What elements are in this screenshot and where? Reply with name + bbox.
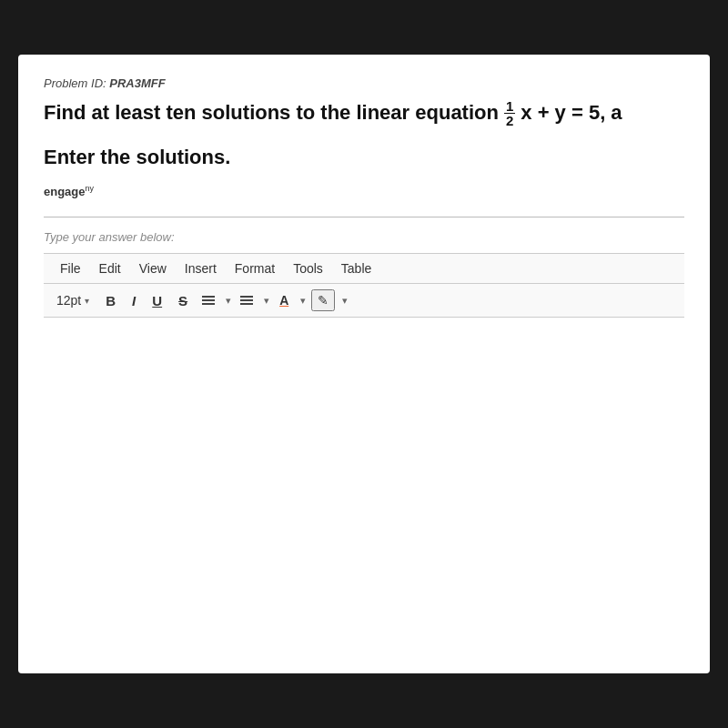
menu-format[interactable]: Format — [226, 259, 284, 278]
underline-button[interactable]: U — [147, 291, 167, 310]
fraction-denominator: 2 — [504, 114, 515, 127]
unordered-list-button[interactable] — [198, 294, 218, 307]
answer-placeholder-label: Type your answer below: — [44, 230, 684, 244]
engage-logo: engageny — [44, 184, 684, 198]
strikethrough-button[interactable]: S — [173, 291, 193, 310]
fraction: 1 2 — [504, 99, 515, 127]
main-screen: Problem ID: PRA3MFF Find at least ten so… — [18, 55, 710, 673]
font-size-selector[interactable]: 12pt ▾ — [51, 291, 95, 309]
question-part2: x + y = 5, a — [521, 99, 622, 127]
menu-edit[interactable]: Edit — [90, 259, 130, 278]
menu-insert[interactable]: Insert — [176, 259, 226, 278]
enter-solutions-text: Enter the solutions. — [44, 146, 684, 169]
problem-id-value: PRA3MFF — [109, 76, 165, 90]
divider-line — [44, 217, 684, 217]
problem-id-label: Problem ID: — [44, 76, 106, 90]
menu-file[interactable]: File — [51, 259, 90, 278]
highlight-chevron: ▾ — [342, 295, 348, 307]
problem-id-row: Problem ID: PRA3MFF — [44, 76, 684, 90]
bold-button[interactable]: B — [100, 291, 121, 310]
editor-menu-bar: File Edit View Insert Format Tools Table — [44, 253, 684, 284]
ordered-list-button[interactable] — [237, 294, 257, 307]
ordered-list-chevron: ▾ — [264, 295, 269, 307]
color-chevron: ▾ — [300, 295, 306, 307]
editor-content-area[interactable] — [44, 318, 684, 390]
menu-table[interactable]: Table — [332, 259, 380, 278]
highlight-button[interactable]: ✎ — [311, 289, 335, 311]
question-part1: Find at least ten solutions to the linea… — [44, 99, 499, 127]
problem-text: Find at least ten solutions to the linea… — [44, 99, 684, 127]
fraction-numerator: 1 — [504, 99, 515, 114]
menu-tools[interactable]: Tools — [284, 259, 332, 278]
font-size-value: 12pt — [56, 293, 81, 308]
italic-button[interactable]: I — [126, 291, 141, 310]
list-chevron: ▾ — [226, 295, 231, 307]
text-color-button[interactable]: A — [275, 291, 293, 309]
font-size-chevron: ▾ — [85, 296, 89, 306]
menu-view[interactable]: View — [130, 259, 176, 278]
editor-format-toolbar: 12pt ▾ B I U S ▾ ▾ A ▾ ✎ ▾ — [44, 284, 684, 318]
